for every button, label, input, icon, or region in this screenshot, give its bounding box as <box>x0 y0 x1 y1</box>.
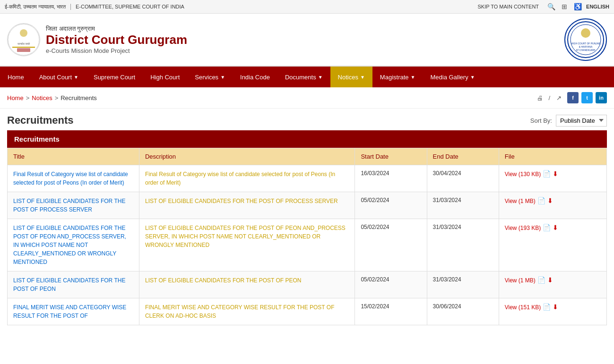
cell-start-date: 05/02/2024 <box>355 271 427 298</box>
share-icon[interactable]: ↗ <box>553 92 564 103</box>
download-icon[interactable]: ⬇ <box>553 170 558 178</box>
table-row: LIST OF ELIGIBLE CANDIDATES FOR THE POST… <box>8 271 607 298</box>
col-end-date: End Date <box>427 148 499 165</box>
svg-text:& HARYANA: & HARYANA <box>579 45 593 48</box>
facebook-icon[interactable]: f <box>567 92 579 103</box>
search-icon[interactable]: 🔍 <box>546 2 556 11</box>
header-logo: सत्यमेव जयते जिला अदालत गुरुग्राम Distri… <box>7 23 187 56</box>
nav-supreme-court[interactable]: Supreme Court <box>86 67 143 87</box>
pdf-icon: 📄 <box>543 303 551 311</box>
breadcrumb-home[interactable]: Home <box>7 94 24 102</box>
header-right-seal: HIGH COURT OF PUNJAB & HARYANA AT CHANDI… <box>564 18 607 61</box>
cell-title: Final Result of Category wise list of ca… <box>8 165 139 192</box>
top-bar: ई-कमिटी, उच्चतम न्यायालय, भारत E-COMMITT… <box>0 0 614 14</box>
linkedin-icon[interactable]: in <box>596 92 607 103</box>
description-link[interactable]: LIST OF ELIGIBLE CANDIDATES FOR THE POST… <box>145 277 302 284</box>
page-title-area: Recruitments Sort By: Publish Date Title… <box>0 109 614 130</box>
title-link[interactable]: Final Result of Category wise list of ca… <box>13 171 128 186</box>
sort-label: Sort By: <box>530 117 552 124</box>
title-link[interactable]: LIST OF ELIGIBLE CANDIDATES FOR THE POST… <box>13 225 126 265</box>
download-icon[interactable]: ⬇ <box>553 224 558 231</box>
nav-documents[interactable]: Documents ▼ <box>277 67 330 87</box>
breadcrumb-notices[interactable]: Notices <box>32 94 52 102</box>
title-link[interactable]: LIST OF ELIGIBLE CANDIDATES FOR THE POST… <box>13 277 125 292</box>
top-bar-left: ई-कमिटी, उच्चतम न्यायालय, भारत E-COMMITT… <box>5 4 184 10</box>
breadcrumb-bar: Home > Notices > Recruitments 🖨 / ↗ f t … <box>0 87 614 109</box>
nav-notices[interactable]: Notices ▼ <box>330 67 372 87</box>
svg-text:सत्यमेव जयते: सत्यमेव जयते <box>17 42 31 45</box>
section-header: Recruitments <box>7 130 607 148</box>
chevron-down-icon: ▼ <box>318 75 323 80</box>
page-title: Recruitments <box>7 114 74 127</box>
cell-start-date: 05/02/2024 <box>355 192 427 219</box>
description-link[interactable]: FINAL MERIT WISE AND CATEGORY WISE RESUL… <box>145 304 335 319</box>
col-description: Description <box>139 148 355 165</box>
cell-start-date: 05/02/2024 <box>355 219 427 271</box>
cell-description: LIST OF ELIGIBLE CANDIDATES FOR THE POST… <box>139 271 355 298</box>
description-link[interactable]: LIST OF ELIGIBLE CANDIDATES FOR THE POST… <box>145 198 338 204</box>
table-row: Final Result of Category wise list of ca… <box>8 165 607 192</box>
nav-magistrate[interactable]: Magistrate ▼ <box>372 67 423 87</box>
file-view-link[interactable]: View (151 KB) <box>505 304 541 311</box>
nav-high-court[interactable]: High Court <box>143 67 187 87</box>
twitter-icon[interactable]: t <box>581 92 593 103</box>
download-icon[interactable]: ⬇ <box>553 303 558 311</box>
cell-file: View (1 MB)📄⬇ <box>499 192 606 219</box>
pdf-icon: 📄 <box>543 224 551 231</box>
description-link[interactable]: Final Result of Category wise list of ca… <box>145 171 335 186</box>
recruitments-table: Title Description Start Date End Date Fi… <box>7 148 607 325</box>
nav-services[interactable]: Services ▼ <box>187 67 233 87</box>
file-view-link[interactable]: View (130 KB) <box>505 171 541 178</box>
cell-file: View (151 KB)📄⬇ <box>499 298 606 325</box>
accessibility-icon[interactable]: ♿ <box>573 2 582 11</box>
svg-rect-4 <box>17 48 30 52</box>
cell-start-date: 16/03/2024 <box>355 165 427 192</box>
cell-description: LIST OF ELIGIBLE CANDIDATES FOR THE POST… <box>139 219 355 271</box>
file-view-link[interactable]: View (1 MB) <box>505 198 536 204</box>
cell-file: View (193 KB)📄⬇ <box>499 219 606 271</box>
breadcrumb: Home > Notices > Recruitments <box>7 94 97 102</box>
file-view-link[interactable]: View (1 MB) <box>505 277 536 284</box>
court-seal-image: HIGH COURT OF PUNJAB & HARYANA AT CHANDI… <box>564 18 607 61</box>
pdf-icon: 📄 <box>537 276 545 284</box>
sitemap-icon[interactable]: ⊞ <box>560 2 569 11</box>
svg-text:AT CHANDIGARH: AT CHANDIGARH <box>576 49 596 51</box>
cell-end-date: 30/04/2024 <box>427 165 499 192</box>
emblem-image: सत्यमेव जयते <box>7 23 40 56</box>
header: सत्यमेव जयते जिला अदालत गुरुग्राम Distri… <box>0 14 614 67</box>
cell-title: LIST OF ELIGIBLE CANDIDATES FOR THE POST… <box>8 271 139 298</box>
nav-media-gallery[interactable]: Media Gallery ▼ <box>423 67 482 87</box>
print-icon[interactable]: 🖨 <box>534 92 545 103</box>
title-link[interactable]: LIST OF ELIGIBLE CANDIDATES FOR THE POST… <box>13 198 125 213</box>
cell-file: View (130 KB)📄⬇ <box>499 165 606 192</box>
ecommittee-label: E-COMMITTEE, SUPREME COURT OF INDIA <box>76 4 184 9</box>
cell-start-date: 15/02/2024 <box>355 298 427 325</box>
download-icon[interactable]: ⬇ <box>547 197 553 204</box>
court-hindi-name: जिला अदालत गुरुग्राम <box>46 25 187 33</box>
nav-home[interactable]: Home <box>0 67 32 87</box>
cell-description: Final Result of Category wise list of ca… <box>139 165 355 192</box>
skip-to-main-link[interactable]: SKIP TO MAIN CONTENT <box>478 4 539 9</box>
breadcrumb-current: Recruitments <box>61 94 97 102</box>
description-link[interactable]: LIST OF ELIGIBLE CANDIDATES FOR THE POST… <box>145 225 346 248</box>
language-button[interactable]: ENGLISH <box>586 4 609 9</box>
court-subtitle: e-Courts Mission Mode Project <box>46 47 187 54</box>
cell-end-date: 31/03/2024 <box>427 219 499 271</box>
table-row: LIST OF ELIGIBLE CANDIDATES FOR THE POST… <box>8 192 607 219</box>
cell-title: FINAL MERIT WISE AND CATEGORY WISE RESUL… <box>8 298 139 325</box>
chevron-down-icon: ▼ <box>360 75 365 80</box>
nav-about-court[interactable]: About Court ▼ <box>32 67 86 87</box>
chevron-down-icon: ▼ <box>220 75 225 80</box>
cell-description: FINAL MERIT WISE AND CATEGORY WISE RESUL… <box>139 298 355 325</box>
svg-point-1 <box>20 29 27 37</box>
svg-point-7 <box>581 28 590 38</box>
sort-select[interactable]: Publish Date Title Start Date End Date <box>556 115 607 127</box>
top-bar-right: SKIP TO MAIN CONTENT 🔍 ⊞ ♿ ENGLISH <box>478 2 609 11</box>
chevron-down-icon: ▼ <box>74 75 78 80</box>
nav-india-code[interactable]: India Code <box>233 67 277 87</box>
download-icon[interactable]: ⬇ <box>547 276 553 284</box>
title-link[interactable]: FINAL MERIT WISE AND CATEGORY WISE RESUL… <box>13 304 126 319</box>
cell-end-date: 30/06/2024 <box>427 298 499 325</box>
cell-description: LIST OF ELIGIBLE CANDIDATES FOR THE POST… <box>139 192 355 219</box>
file-view-link[interactable]: View (193 KB) <box>505 225 541 231</box>
